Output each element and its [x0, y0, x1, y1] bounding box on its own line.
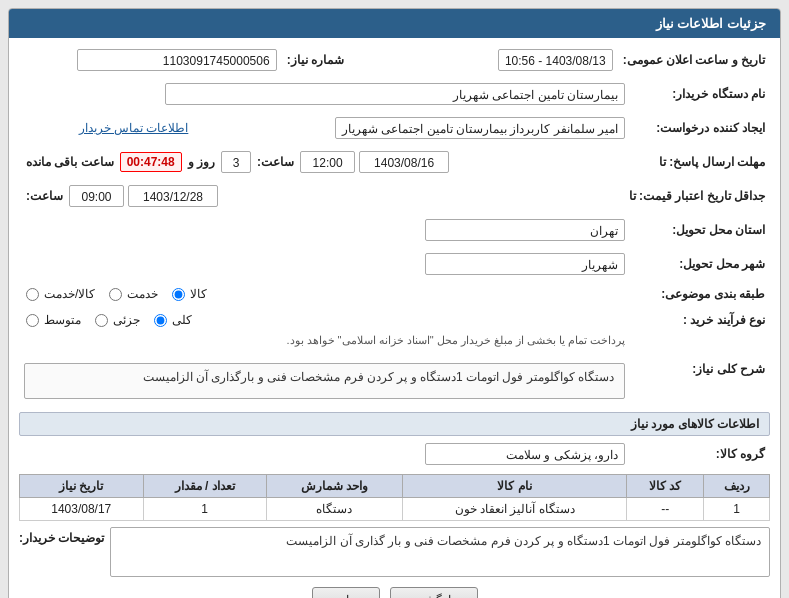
label-saat: ساعت:	[257, 155, 294, 169]
col-tarikhNiaz: تاریخ نیاز	[20, 475, 144, 498]
col-vahedShomarash: واحد شمارش	[266, 475, 402, 498]
col-radif: ردیف	[704, 475, 770, 498]
namDastgah-box: بیمارستان تامین اجتماعی شهریار	[165, 83, 625, 105]
radio-khadamat-item: خدمت	[107, 287, 158, 301]
page-title: جزئیات اطلاعات نیاز	[656, 16, 766, 31]
info-table-row4: مهلت ارسال پاسخ: تا ساعت باقی مانده 00:4…	[19, 148, 770, 176]
info-table-row1: تاریخ و ساعت اعلان عمومی: 1403/08/13 - 1…	[19, 46, 770, 74]
radio-kalaKhadamat-label: کالا/خدمت	[44, 287, 95, 301]
countdown-box: 00:47:48	[120, 152, 182, 172]
table-row: 1--دستگاه آنالیز انعقاد خوندستگاه11403/0…	[20, 498, 770, 521]
label-saatMande: ساعت باقی مانده	[26, 155, 114, 169]
radio-jozee[interactable]	[95, 314, 108, 327]
card-header: جزئیات اطلاعات نیاز	[9, 9, 780, 38]
radio-kala[interactable]	[172, 288, 185, 301]
info-table-row9: نوع فرآیند خرید : متوسط جزئی	[19, 310, 770, 350]
label-tarikhIjad: تاریخ و ساعت اعلان عمومی:	[618, 46, 770, 74]
info-table-row5: جداقل تاریخ اعتبار قیمت: تا ساعت: 09:00 …	[19, 182, 770, 210]
btn-chap[interactable]: چاپ	[312, 587, 380, 598]
radio-koli[interactable]	[154, 314, 167, 327]
value-tarikhIjad: 1403/08/13 - 10:56	[462, 46, 618, 74]
noeFarayand-note: پرداخت تمام یا بخشی از مبلغ خریدار محل "…	[286, 334, 625, 346]
info-table-sharh: شرح کلی نیاز: دستگاه کواگلومتر فول اتوما…	[19, 356, 770, 406]
value-namDastgah: بیمارستان تامین اجتماعی شهریار	[19, 80, 630, 108]
tazihate-box: دستگاه کواگلومتر فول اتومات 1دستگاه و پر…	[110, 527, 770, 577]
label-noeFarayand: نوع فرآیند خرید :	[630, 310, 770, 330]
value-mohlat: ساعت باقی مانده 00:47:48 روز و 3 ساعت: 1…	[19, 148, 630, 176]
cell-namKala: دستگاه آنالیز انعقاد خون	[402, 498, 627, 521]
jadaval-date-box: 1403/12/28	[128, 185, 218, 207]
info-table-groupKala: گروه کالا: دارو، پزشکی و سلامت	[19, 440, 770, 468]
radio-motovaset-item: متوسط	[24, 313, 81, 327]
label-ijadKonande: ایجاد کننده درخواست:	[630, 114, 770, 142]
value-ostan: تهران	[19, 216, 630, 244]
radio-koli-item: کلی	[152, 313, 192, 327]
radio-koli-label: کلی	[172, 313, 192, 327]
main-card: جزئیات اطلاعات نیاز تاریخ و ساعت اعلان ع…	[8, 8, 781, 598]
groupKala-box: دارو، پزشکی و سلامت	[425, 443, 625, 465]
radio-kalaKhadamat-item: کالا/خدمت	[24, 287, 95, 301]
label-namDastgah: نام دستگاه خریدار:	[630, 80, 770, 108]
radio-kala-item: کالا	[170, 287, 207, 301]
radio-motovaset[interactable]	[26, 314, 39, 327]
info-table-row2: نام دستگاه خریدار: بیمارستان تامین اجتما…	[19, 80, 770, 108]
page-wrapper: جزئیات اطلاعات نیاز تاریخ و ساعت اعلان ع…	[0, 0, 789, 598]
shomareNiaz-box: 1103091745000506	[77, 49, 277, 71]
cell-kodKala: --	[627, 498, 704, 521]
noeFarayand-note-cell: پرداخت تمام یا بخشی از مبلغ خریدار محل "…	[19, 330, 630, 350]
cell-tarikhNiaz: 1403/08/17	[20, 498, 144, 521]
items-table: ردیف کد کالا نام کالا واحد شمارش تعداد /…	[19, 474, 770, 521]
radio-khadamat[interactable]	[109, 288, 122, 301]
value-shomareNiaz: 1103091745000506	[19, 46, 282, 74]
cell-radif: 1	[704, 498, 770, 521]
label-mohlat: مهلت ارسال پاسخ: تا	[630, 148, 770, 176]
label-shomareNiaz: شماره نیاز:	[282, 46, 422, 74]
cell-vahedShomarash: دستگاه	[266, 498, 402, 521]
info-table-row3: ایجاد کننده درخواست: امیر سلمانفر کاربرد…	[19, 114, 770, 142]
col-namKala: نام کالا	[402, 475, 627, 498]
value-ijadKonande: امیر سلمانفر کاربرداز بیمارستان تامین اج…	[196, 114, 630, 142]
jadaval-time-box: 09:00	[69, 185, 124, 207]
sharhKolli-box: دستگاه کواگلومتر فول اتومات 1دستگاه و پر…	[24, 363, 625, 399]
label-shahr: شهر محل تحویل:	[630, 250, 770, 278]
card-body: تاریخ و ساعت اعلان عمومی: 1403/08/13 - 1…	[9, 38, 780, 598]
col-kodKala: کد کالا	[627, 475, 704, 498]
value-sharhKolli: دستگاه کواگلومتر فول اتومات 1دستگاه و پر…	[19, 356, 630, 406]
value-jadaval: ساعت: 09:00 1403/12/28	[19, 182, 624, 210]
radio-motovaset-label: متوسط	[44, 313, 81, 327]
cell-tedad: 1	[143, 498, 266, 521]
mohlat-date-box: 1403/08/16	[359, 151, 449, 173]
shahr-box: شهریار	[425, 253, 625, 275]
button-row: بازگشت چاپ	[19, 587, 770, 598]
value-groupKala: دارو، پزشکی و سلامت	[19, 440, 630, 468]
label-sharhKolli: شرح کلی نیاز:	[630, 356, 770, 406]
value-shahr: شهریار	[19, 250, 630, 278]
label-ostan: استان محل تحویل:	[630, 216, 770, 244]
info-table-row8: طبقه بندی موضوعی: کالا/خدمت خدمت	[19, 284, 770, 304]
label-groupKala: گروه کالا:	[630, 440, 770, 468]
mohlat-time-box: 12:00	[300, 151, 355, 173]
label-jadaval: جداقل تاریخ اعتبار قیمت: تا	[624, 182, 770, 210]
radio-jozee-label: جزئی	[113, 313, 140, 327]
radio-khadamat-label: خدمت	[127, 287, 158, 301]
ettilaat-section-header: اطلاعات کالاهای مورد نیاز	[19, 412, 770, 436]
tamassKharidar-link[interactable]: اطلاعات تماس خریدار	[79, 121, 189, 135]
btn-bazgasht[interactable]: بازگشت	[390, 587, 478, 598]
tarikhIjad-box: 1403/08/13 - 10:56	[498, 49, 613, 71]
col-tedad: تعداد / مقدار	[143, 475, 266, 498]
label-tazihate: توضیحات خریدار:	[19, 527, 104, 545]
radio-jozee-item: جزئی	[93, 313, 140, 327]
value-noeFarayand: متوسط جزئی کلی	[19, 310, 630, 330]
ostan-box: تهران	[425, 219, 625, 241]
mohlat-rooz-box: 3	[221, 151, 251, 173]
ijadKonande-box: امیر سلمانفر کاربرداز بیمارستان تامین اج…	[335, 117, 625, 139]
label-tabaghe: طبقه بندی موضوعی:	[630, 284, 770, 304]
label-saat2: ساعت:	[26, 189, 63, 203]
value-tabaghe: کالا/خدمت خدمت کالا	[19, 284, 630, 304]
info-table-row6: استان محل تحویل: تهران	[19, 216, 770, 244]
tazihate-row: توضیحات خریدار: دستگاه کواگلومتر فول اتو…	[19, 527, 770, 577]
info-table-row7: شهر محل تحویل: شهریار	[19, 250, 770, 278]
radio-kala-label: کالا	[190, 287, 207, 301]
label-rooz: روز و	[188, 155, 215, 169]
radio-kalaKhadamat[interactable]	[26, 288, 39, 301]
